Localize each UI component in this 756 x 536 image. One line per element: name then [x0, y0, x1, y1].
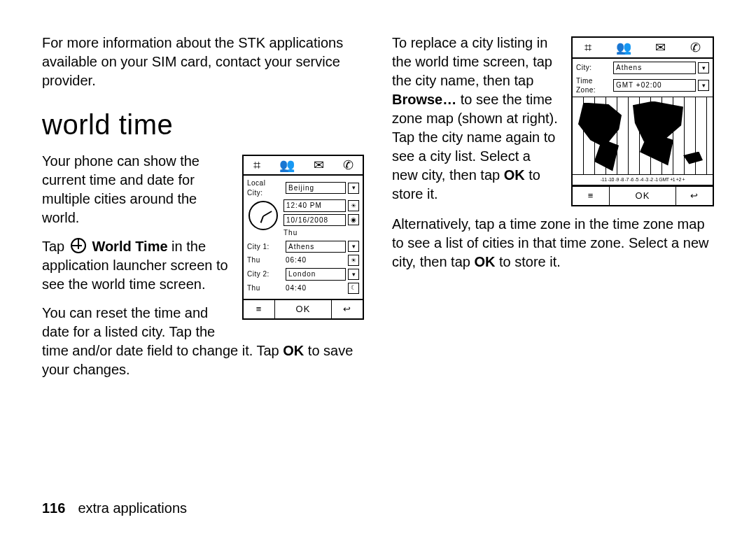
sun-icon: ☀	[348, 200, 359, 211]
ok-button[interactable]: OK	[275, 300, 332, 318]
city1-field[interactable]: Athens	[286, 241, 346, 253]
city1-day: Thu	[247, 255, 284, 265]
back-button[interactable]: ↩	[332, 300, 363, 318]
back-button[interactable]: ↩	[676, 187, 713, 205]
phone-icon: ✆	[690, 39, 701, 56]
contacts-icon: 👥	[279, 157, 295, 174]
page-number: 116	[42, 500, 65, 516]
city2-field[interactable]: London	[286, 268, 346, 281]
time-field[interactable]: 12:40 PM	[284, 199, 346, 212]
menu-button[interactable]: ≡	[573, 187, 610, 205]
map-tz-label: Time Zone:	[576, 76, 611, 95]
launcher-icon: ⌗	[584, 39, 592, 56]
map-city-label: City:	[576, 63, 611, 73]
dropdown-icon[interactable]: ▾	[698, 80, 709, 91]
dropdown-icon[interactable]: ▾	[698, 62, 709, 73]
world-time-icon	[71, 238, 86, 253]
map-city-field[interactable]: Athens	[613, 62, 696, 74]
moon-icon: ☾	[348, 283, 359, 294]
timezone-map-illustration: ⌗ 👥 ✉ ✆ City: Athens ▾ Time Zone:	[571, 36, 714, 206]
city2-label: City 2:	[247, 269, 284, 279]
dropdown-icon[interactable]: ▾	[348, 241, 359, 252]
ok-button[interactable]: OK	[610, 187, 676, 205]
dropdown-icon[interactable]: ▾	[348, 183, 359, 194]
timezone-numbers: -11 -10 -9 -8 -7 -6 -5 -4 -3 -2 -1 GMT +…	[573, 175, 713, 185]
section-name: extra applications	[78, 500, 187, 516]
city2-day: Thu	[247, 283, 284, 293]
contacts-icon: 👥	[616, 39, 631, 56]
phone-icon: ✆	[343, 157, 354, 174]
menu-button[interactable]: ≡	[244, 300, 275, 318]
mail-icon: ✉	[314, 157, 324, 174]
local-city-field[interactable]: Beijing	[286, 182, 346, 195]
world-map[interactable]	[573, 97, 713, 175]
city1-time: 06:40	[286, 255, 346, 265]
para-alternatively: Alternatively, tap a time zone in the ti…	[392, 215, 714, 271]
globe-small-icon: ◉	[348, 214, 359, 225]
page-footer: 116extra applications	[42, 500, 187, 516]
launcher-icon: ⌗	[253, 157, 260, 174]
day-label: Thu	[284, 228, 359, 238]
clock-icon	[248, 201, 278, 230]
world-time-screen-illustration: ⌗ 👥 ✉ ✆ Local City: Beijing ▾	[242, 155, 364, 320]
intro-paragraph: For more information about the STK appli…	[42, 34, 364, 90]
city2-time: 04:40	[286, 283, 346, 293]
map-tz-field[interactable]: GMT +02:00	[613, 79, 696, 92]
local-city-label: Local City:	[247, 178, 284, 197]
heading-world-time: world time	[42, 106, 364, 143]
dropdown-icon[interactable]: ▾	[348, 269, 359, 280]
date-field[interactable]: 10/16/2008	[284, 214, 346, 227]
city1-label: City 1:	[247, 242, 284, 252]
sun-icon: ☀	[348, 255, 359, 266]
mail-icon: ✉	[655, 39, 666, 56]
